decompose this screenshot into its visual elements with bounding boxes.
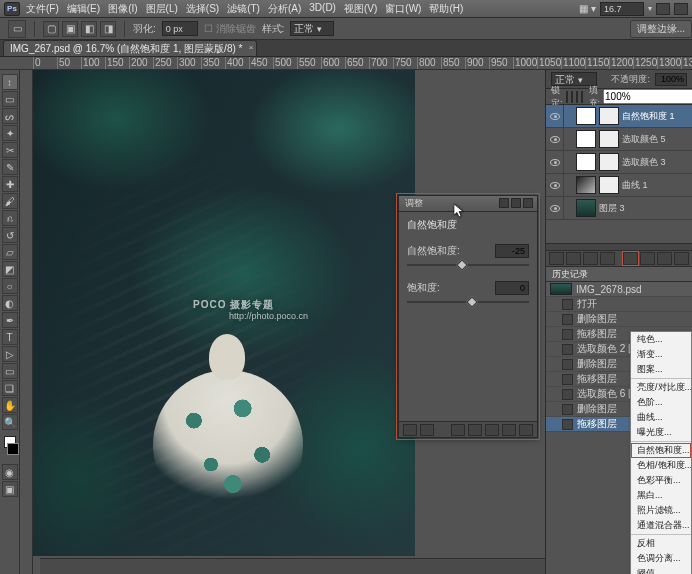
layer-row[interactable]: 图层 3	[546, 197, 692, 220]
adj-menu-item[interactable]: 黑白...	[631, 488, 691, 503]
adj-menu-item[interactable]: 曲线...	[631, 410, 691, 425]
crop-tool[interactable]: ✂	[2, 142, 18, 158]
adj-menu-item[interactable]: 纯色...	[631, 332, 691, 347]
adj-slider[interactable]	[407, 261, 529, 269]
menu-item[interactable]: 图像(I)	[104, 0, 141, 18]
marquee-tool[interactable]: ▭	[2, 91, 18, 107]
adj-foot-btn[interactable]	[420, 424, 434, 436]
style-dropdown[interactable]: 正常 ▾	[290, 21, 334, 36]
quickmask-toggle[interactable]: ◉	[2, 464, 18, 480]
lasso-tool[interactable]: ᔕ	[2, 108, 18, 124]
adj-menu-item[interactable]: 照片滤镜...	[631, 503, 691, 518]
marquee-tool-icon[interactable]: ▭	[8, 20, 26, 38]
adj-menu-item[interactable]: 图案...	[631, 362, 691, 377]
screenmode-toggle[interactable]: ▣	[2, 481, 18, 497]
zoom-tool[interactable]: 🔍	[2, 414, 18, 430]
layer-row[interactable]: 自然饱和度 1	[546, 105, 692, 128]
menu-item[interactable]: 滤镜(T)	[223, 0, 264, 18]
adj-menu-item[interactable]: 反相	[631, 536, 691, 551]
adj-value-field[interactable]	[495, 244, 529, 258]
menu-item[interactable]: 图层(L)	[142, 0, 182, 18]
icon-strip-btn[interactable]	[549, 252, 564, 265]
max-button[interactable]	[674, 3, 688, 15]
history-step[interactable]: 打开	[546, 297, 692, 312]
opacity-field[interactable]	[655, 73, 687, 86]
layer-visibility-toggle[interactable]	[546, 128, 564, 150]
blur-tool[interactable]: ○	[2, 278, 18, 294]
pen-tool[interactable]: ✒	[2, 312, 18, 328]
zoom-field[interactable]	[600, 2, 644, 16]
brush-tool[interactable]: 🖌	[2, 193, 18, 209]
path-tool[interactable]: ▷	[2, 346, 18, 362]
layer-visibility-toggle[interactable]	[546, 151, 564, 173]
adjustment-layer-menu[interactable]: 纯色...渐变...图案...亮度/对比度...色阶...曲线...曝光度...…	[630, 331, 692, 574]
menu-item[interactable]: 文件(F)	[22, 0, 63, 18]
layer-visibility-toggle[interactable]	[546, 174, 564, 196]
refine-edge-button[interactable]: 调整边缘...	[630, 20, 692, 38]
menu-item[interactable]: 视图(V)	[340, 0, 381, 18]
adj-foot-btn[interactable]	[403, 424, 417, 436]
panel-close-icon[interactable]	[523, 198, 533, 208]
adjustments-panel[interactable]: 调整 自然饱和度 自然饱和度:饱和度:	[398, 195, 538, 438]
history-step[interactable]: 删除图层	[546, 312, 692, 327]
history-tab-header[interactable]: 历史记录	[546, 267, 692, 282]
workspace-dd-icon[interactable]: ▦ ▾	[579, 3, 596, 14]
lock-all-icon[interactable]	[581, 91, 583, 103]
icon-strip-btn[interactable]	[566, 252, 581, 265]
menu-item[interactable]: 编辑(E)	[63, 0, 104, 18]
icon-strip-btn[interactable]	[583, 252, 598, 265]
gradient-tool[interactable]: ◩	[2, 261, 18, 277]
eraser-tool[interactable]: ▱	[2, 244, 18, 260]
3d-tool[interactable]: ❏	[2, 380, 18, 396]
eyedropper-tool[interactable]: ✎	[2, 159, 18, 175]
adj-foot-btn[interactable]	[451, 424, 465, 436]
adj-menu-item[interactable]: 色彩平衡...	[631, 473, 691, 488]
menu-item[interactable]: 帮助(H)	[425, 0, 467, 18]
document-tab[interactable]: IMG_267.psd @ 16.7% (自然饱和度 1, 图层蒙版/8) * …	[3, 40, 257, 56]
lock-pos-icon[interactable]	[576, 91, 578, 103]
menu-item[interactable]: 窗口(W)	[381, 0, 425, 18]
adj-menu-item[interactable]: 曝光度...	[631, 425, 691, 440]
layer-row[interactable]: 选取颜色 3	[546, 151, 692, 174]
feather-field[interactable]	[162, 21, 198, 36]
icon-strip-btn[interactable]	[674, 252, 689, 265]
adj-menu-item[interactable]: 色阶...	[631, 395, 691, 410]
wand-tool[interactable]: ✦	[2, 125, 18, 141]
antialias-checkbox[interactable]: ☐ 消除锯齿	[204, 22, 256, 36]
menu-item[interactable]: 3D(D)	[305, 0, 340, 18]
adjustments-panel-tab[interactable]: 调整	[399, 196, 537, 212]
layer-row[interactable]: 曲线 1	[546, 174, 692, 197]
adj-menu-item[interactable]: 色调分离...	[631, 551, 691, 566]
close-icon[interactable]: ×	[249, 43, 254, 52]
adj-menu-item[interactable]: 色相/饱和度...	[631, 458, 691, 473]
new-adjustment-layer-icon[interactable]	[623, 252, 638, 265]
stamp-tool[interactable]: ⎌	[2, 210, 18, 226]
menu-item[interactable]: 分析(A)	[264, 0, 305, 18]
history-brush-tool[interactable]: ↺	[2, 227, 18, 243]
shape-tool[interactable]: ▭	[2, 363, 18, 379]
history-source[interactable]: IMG_2678.psd	[546, 282, 692, 297]
adj-menu-item[interactable]: 亮度/对比度...	[631, 380, 691, 395]
adj-menu-item[interactable]: 通道混合器...	[631, 518, 691, 533]
text-tool[interactable]: T	[2, 329, 18, 345]
icon-strip-btn[interactable]	[657, 252, 672, 265]
layers-list[interactable]: 自然饱和度 1选取颜色 5选取颜色 3曲线 1图层 3	[546, 105, 692, 243]
adj-menu-item[interactable]: 渐变...	[631, 347, 691, 362]
layer-row[interactable]: 选取颜色 5	[546, 128, 692, 151]
selection-mode-group[interactable]: ▢ ▣ ◧ ◨	[43, 21, 116, 37]
background-swatch[interactable]	[7, 443, 19, 455]
adj-foot-btn[interactable]	[485, 424, 499, 436]
lock-pixels-icon[interactable]	[571, 91, 573, 103]
move-tool[interactable]: ↕	[2, 74, 18, 90]
adj-menu-item[interactable]: 自然饱和度...	[631, 443, 691, 458]
dodge-tool[interactable]: ◐	[2, 295, 18, 311]
icon-strip-btn[interactable]	[600, 252, 615, 265]
icon-strip-btn[interactable]	[640, 252, 655, 265]
layer-visibility-toggle[interactable]	[546, 197, 564, 219]
hand-tool[interactable]: ✋	[2, 397, 18, 413]
adj-menu-item[interactable]: 阈值...	[631, 566, 691, 574]
adj-reset-icon[interactable]	[502, 424, 516, 436]
layer-visibility-toggle[interactable]	[546, 105, 564, 127]
adj-slider[interactable]	[407, 298, 529, 306]
min-button[interactable]	[656, 3, 670, 15]
